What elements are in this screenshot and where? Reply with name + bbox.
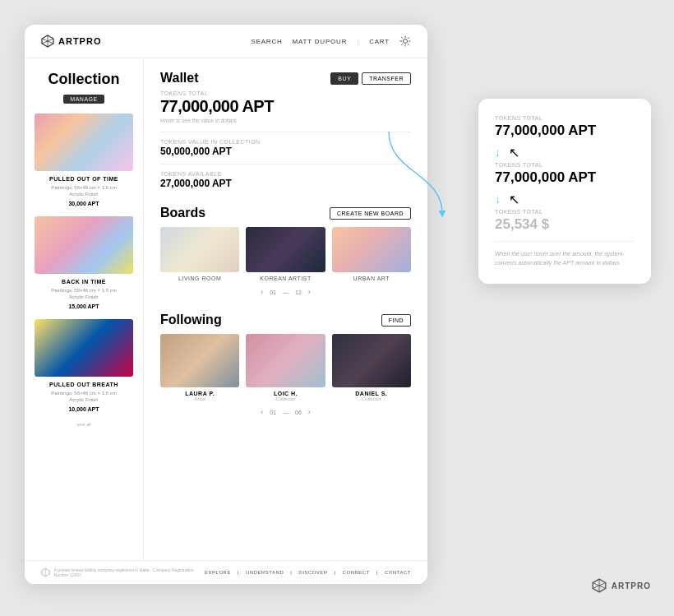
tooltip-value-1: 77,000,000 APT: [495, 123, 596, 139]
person-name-3: DANIEL S.: [332, 391, 411, 396]
board-image-3: [332, 227, 411, 272]
following-header: Following FIND: [160, 313, 411, 327]
app-footer: A private limited liability company regi…: [25, 560, 427, 584]
tokens-value-collection: TOKENS VALUE IN COLLECTION 50,000,000 AP…: [160, 139, 411, 157]
person-card-3[interactable]: DANIEL S. Collector: [332, 334, 411, 401]
tooltip-label-1: TOKENS TOTAL: [495, 115, 635, 121]
following-section: Following FIND LAURA P. Artist LOIC H. C…: [160, 313, 411, 416]
tooltip-card: TOKENS TOTAL 77,000,000 APT ↓ ↖ TOKENS T…: [478, 99, 651, 284]
tokens-total-label: TOKENS TOTAL: [160, 90, 411, 96]
sidebar-title: Collection: [35, 71, 133, 88]
content-area: Collection MANAGE PULLED OUT OF TIME Pai…: [25, 58, 427, 581]
art-title-1: PULLED OUT OF TIME: [35, 175, 133, 183]
logo-text: ARTPRO: [58, 36, 101, 46]
footer-nav-understand[interactable]: UNDERSTAND: [246, 570, 284, 575]
boards-header: Boards CREATE NEW BOARD: [160, 206, 411, 220]
art-card-1[interactable]: PULLED OUT OF TIME Paintings: 56×46 cm ×…: [35, 113, 133, 206]
following-next[interactable]: ›: [308, 408, 311, 416]
boards-page-current: 01: [270, 289, 276, 295]
app-window: ARTPRO SEARCH MATT DUPOUR | CART Collect…: [25, 25, 427, 584]
artpro-bottom-icon: [592, 578, 607, 593]
person-image-2: [246, 334, 325, 387]
art-price-2: 15,000 APT: [35, 303, 133, 309]
board-card-2[interactable]: KOREAN ARTIST: [246, 227, 325, 281]
tooltip-label-3: TOKENS TOTAL: [495, 209, 635, 215]
boards-grid: LIVING ROOM KOREAN ARTIST URBAN ART: [160, 227, 411, 281]
board-label-2: KOREAN ARTIST: [246, 276, 325, 281]
transfer-button[interactable]: TRANSFER: [362, 72, 411, 85]
find-button[interactable]: FIND: [381, 314, 411, 327]
art-card-2[interactable]: BACK IN TIME Paintings: 56×46 cm × 1.5 c…: [35, 216, 133, 309]
footer-nav: EXPLORE | UNDERSTAND | DISCOVER | CONNEC…: [205, 570, 411, 575]
boards-pagination: ‹ 01 — 12 ›: [160, 288, 411, 296]
boards-next[interactable]: ›: [308, 288, 311, 296]
tooltip-note: When the user hover over the amount, the…: [495, 250, 635, 267]
nav-cart[interactable]: CART: [369, 38, 390, 45]
cursor-icon-1: ↖: [509, 145, 519, 160]
tokens-available: TOKENS AVAILABLE 27,000,000 APT: [160, 171, 411, 189]
tokens-available-amount: 27,000,000 APT: [160, 178, 411, 189]
sidebar-manage-badge[interactable]: MANAGE: [63, 95, 104, 104]
art-desc-1: Paintings: 56×46 cm × 1.5 cmAcrylic Fini…: [35, 184, 133, 198]
buy-button[interactable]: BUY: [330, 72, 358, 85]
bottom-logo-text: ARTPRO: [612, 581, 651, 591]
footer-nav-contact[interactable]: CONTACT: [385, 570, 411, 575]
tokens-value-amount: 50,000,000 APT: [160, 146, 411, 157]
tooltip-arrow-1: ↓: [495, 146, 501, 159]
person-card-1[interactable]: LAURA P. Artist: [160, 334, 239, 401]
art-title-3: PULLED OUT BREATH: [35, 381, 133, 388]
board-image-1: [160, 227, 239, 272]
wallet-buttons: BUY TRANSFER: [330, 72, 411, 85]
footer-tagline: A private limited liability company regi…: [54, 567, 205, 577]
tooltip-value-3: 25,534 $: [495, 216, 635, 233]
wallet-section: Wallet BUY TRANSFER TOKENS TOTAL 77,000,…: [160, 71, 411, 189]
art-image-2: [35, 216, 133, 274]
art-card-3[interactable]: PULLED OUT BREATH Paintings: 56×46 cm × …: [35, 319, 133, 412]
tooltip-label-2: TOKENS TOTAL: [495, 162, 635, 168]
nav-user[interactable]: MATT DUPOUR: [293, 38, 348, 45]
person-role-1: Artist: [160, 396, 239, 401]
person-image-3: [332, 334, 411, 387]
create-board-button[interactable]: CREATE NEW BOARD: [330, 207, 411, 220]
person-card-2[interactable]: LOIC H. Collector: [246, 334, 325, 401]
cursor-icon-2: ↖: [509, 192, 519, 207]
tooltip-arrow-2: ↓: [495, 192, 501, 206]
tokens-total-value: 77,000,000 APT: [160, 97, 411, 116]
board-label-3: URBAN ART: [332, 276, 411, 281]
person-image-1: [160, 334, 239, 387]
sidebar-more[interactable]: see all: [35, 422, 133, 427]
settings-icon[interactable]: [399, 35, 411, 47]
person-name-1: LAURA P.: [160, 391, 239, 396]
following-prev[interactable]: ‹: [261, 408, 263, 416]
logo: ARTPRO: [41, 35, 101, 48]
header: ARTPRO SEARCH MATT DUPOUR | CART: [25, 25, 427, 58]
main-content: Wallet BUY TRANSFER TOKENS TOTAL 77,000,…: [144, 58, 427, 581]
art-title-2: BACK IN TIME: [35, 278, 133, 285]
following-page-total: 06: [295, 410, 302, 415]
boards-page-total: 12: [295, 289, 302, 295]
footer-nav-discover[interactable]: DISCOVER: [298, 570, 327, 575]
following-page-current: 01: [270, 410, 276, 415]
boards-prev[interactable]: ‹: [261, 288, 263, 296]
boards-section: Boards CREATE NEW BOARD LIVING ROOM KORE…: [160, 206, 411, 296]
bottom-logo: ARTPRO: [592, 578, 651, 593]
footer-nav-connect[interactable]: CONNECT: [343, 570, 370, 575]
footer-left: A private limited liability company regi…: [41, 567, 205, 577]
tooltip-value-2: 77,000,000 APT: [495, 169, 596, 186]
nav-search[interactable]: SEARCH: [251, 38, 282, 45]
boards-title: Boards: [160, 206, 205, 220]
art-desc-3: Paintings: 56×46 cm × 1.5 cmAcrylic Fini…: [35, 390, 133, 404]
footer-logo-icon: [41, 567, 50, 577]
footer-nav-explore[interactable]: EXPLORE: [205, 570, 231, 575]
tokens-available-label: TOKENS AVAILABLE: [160, 171, 411, 177]
art-desc-2: Paintings: 56×46 cm × 1.5 cmAcrylic Fini…: [35, 287, 133, 301]
header-nav: SEARCH MATT DUPOUR | CART: [251, 35, 411, 47]
board-card-1[interactable]: LIVING ROOM: [160, 227, 239, 281]
wallet-title: Wallet: [160, 71, 199, 86]
person-name-2: LOIC H.: [246, 391, 325, 396]
wallet-header: Wallet BUY TRANSFER: [160, 71, 411, 86]
board-card-3[interactable]: URBAN ART: [332, 227, 411, 281]
tokens-note: Hover to see the value in dollars: [160, 118, 411, 123]
following-pagination: ‹ 01 — 06 ›: [160, 408, 411, 416]
board-image-2: [246, 227, 325, 272]
